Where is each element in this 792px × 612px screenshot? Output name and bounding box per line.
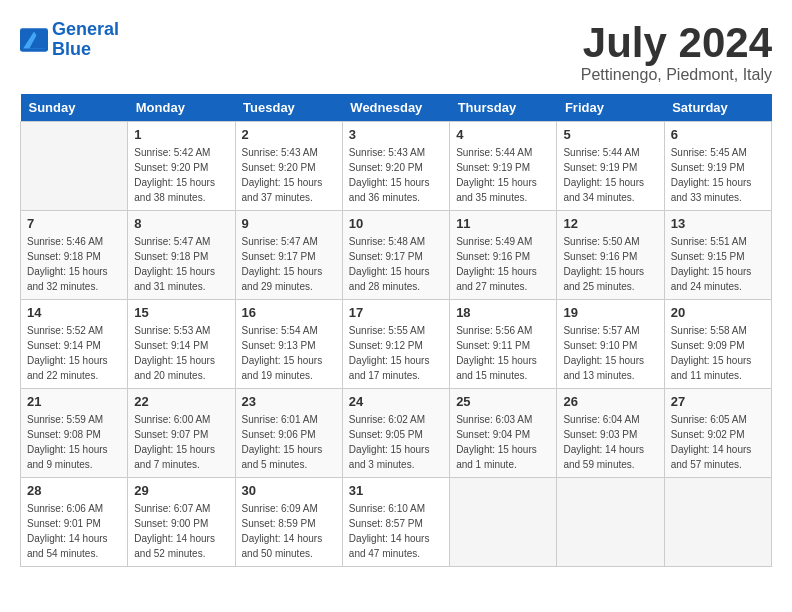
day-cell-15: 15Sunrise: 5:53 AMSunset: 9:14 PMDayligh… [128, 300, 235, 389]
weekday-friday: Friday [557, 94, 664, 122]
day-cell-10: 10Sunrise: 5:48 AMSunset: 9:17 PMDayligh… [342, 211, 449, 300]
week-row-1: 1Sunrise: 5:42 AMSunset: 9:20 PMDaylight… [21, 122, 772, 211]
day-number: 4 [456, 127, 550, 142]
logo-icon [20, 28, 48, 52]
weekday-header-row: SundayMondayTuesdayWednesdayThursdayFrid… [21, 94, 772, 122]
day-info: Sunrise: 5:53 AMSunset: 9:14 PMDaylight:… [134, 323, 228, 383]
day-cell-5: 5Sunrise: 5:44 AMSunset: 9:19 PMDaylight… [557, 122, 664, 211]
day-info: Sunrise: 5:46 AMSunset: 9:18 PMDaylight:… [27, 234, 121, 294]
month-title: July 2024 [581, 20, 772, 66]
day-cell-21: 21Sunrise: 5:59 AMSunset: 9:08 PMDayligh… [21, 389, 128, 478]
day-info: Sunrise: 5:43 AMSunset: 9:20 PMDaylight:… [242, 145, 336, 205]
day-cell-20: 20Sunrise: 5:58 AMSunset: 9:09 PMDayligh… [664, 300, 771, 389]
day-cell-17: 17Sunrise: 5:55 AMSunset: 9:12 PMDayligh… [342, 300, 449, 389]
day-cell-30: 30Sunrise: 6:09 AMSunset: 8:59 PMDayligh… [235, 478, 342, 567]
day-info: Sunrise: 5:45 AMSunset: 9:19 PMDaylight:… [671, 145, 765, 205]
logo-text: General Blue [52, 20, 119, 60]
day-info: Sunrise: 5:44 AMSunset: 9:19 PMDaylight:… [563, 145, 657, 205]
day-cell-24: 24Sunrise: 6:02 AMSunset: 9:05 PMDayligh… [342, 389, 449, 478]
week-row-5: 28Sunrise: 6:06 AMSunset: 9:01 PMDayligh… [21, 478, 772, 567]
day-cell-18: 18Sunrise: 5:56 AMSunset: 9:11 PMDayligh… [450, 300, 557, 389]
day-cell-25: 25Sunrise: 6:03 AMSunset: 9:04 PMDayligh… [450, 389, 557, 478]
day-info: Sunrise: 5:43 AMSunset: 9:20 PMDaylight:… [349, 145, 443, 205]
day-number: 7 [27, 216, 121, 231]
day-cell-29: 29Sunrise: 6:07 AMSunset: 9:00 PMDayligh… [128, 478, 235, 567]
empty-cell [557, 478, 664, 567]
day-info: Sunrise: 6:07 AMSunset: 9:00 PMDaylight:… [134, 501, 228, 561]
day-number: 29 [134, 483, 228, 498]
weekday-tuesday: Tuesday [235, 94, 342, 122]
day-number: 14 [27, 305, 121, 320]
calendar-table: SundayMondayTuesdayWednesdayThursdayFrid… [20, 94, 772, 567]
day-number: 25 [456, 394, 550, 409]
day-number: 8 [134, 216, 228, 231]
day-info: Sunrise: 5:47 AMSunset: 9:18 PMDaylight:… [134, 234, 228, 294]
day-cell-31: 31Sunrise: 6:10 AMSunset: 8:57 PMDayligh… [342, 478, 449, 567]
day-info: Sunrise: 5:42 AMSunset: 9:20 PMDaylight:… [134, 145, 228, 205]
logo-line2: Blue [52, 39, 91, 59]
day-number: 18 [456, 305, 550, 320]
day-number: 6 [671, 127, 765, 142]
day-cell-16: 16Sunrise: 5:54 AMSunset: 9:13 PMDayligh… [235, 300, 342, 389]
day-cell-2: 2Sunrise: 5:43 AMSunset: 9:20 PMDaylight… [235, 122, 342, 211]
empty-cell [21, 122, 128, 211]
day-cell-19: 19Sunrise: 5:57 AMSunset: 9:10 PMDayligh… [557, 300, 664, 389]
day-number: 5 [563, 127, 657, 142]
day-cell-11: 11Sunrise: 5:49 AMSunset: 9:16 PMDayligh… [450, 211, 557, 300]
logo: General Blue [20, 20, 119, 60]
day-number: 24 [349, 394, 443, 409]
day-info: Sunrise: 5:44 AMSunset: 9:19 PMDaylight:… [456, 145, 550, 205]
day-number: 16 [242, 305, 336, 320]
day-cell-13: 13Sunrise: 5:51 AMSunset: 9:15 PMDayligh… [664, 211, 771, 300]
day-number: 30 [242, 483, 336, 498]
week-row-4: 21Sunrise: 5:59 AMSunset: 9:08 PMDayligh… [21, 389, 772, 478]
day-info: Sunrise: 5:50 AMSunset: 9:16 PMDaylight:… [563, 234, 657, 294]
day-number: 23 [242, 394, 336, 409]
day-info: Sunrise: 5:57 AMSunset: 9:10 PMDaylight:… [563, 323, 657, 383]
day-info: Sunrise: 6:04 AMSunset: 9:03 PMDaylight:… [563, 412, 657, 472]
title-area: July 2024 Pettinengo, Piedmont, Italy [581, 20, 772, 84]
location-subtitle: Pettinengo, Piedmont, Italy [581, 66, 772, 84]
day-cell-26: 26Sunrise: 6:04 AMSunset: 9:03 PMDayligh… [557, 389, 664, 478]
day-info: Sunrise: 5:47 AMSunset: 9:17 PMDaylight:… [242, 234, 336, 294]
day-number: 11 [456, 216, 550, 231]
day-number: 10 [349, 216, 443, 231]
day-cell-4: 4Sunrise: 5:44 AMSunset: 9:19 PMDaylight… [450, 122, 557, 211]
day-number: 12 [563, 216, 657, 231]
day-info: Sunrise: 5:52 AMSunset: 9:14 PMDaylight:… [27, 323, 121, 383]
day-info: Sunrise: 5:54 AMSunset: 9:13 PMDaylight:… [242, 323, 336, 383]
day-cell-1: 1Sunrise: 5:42 AMSunset: 9:20 PMDaylight… [128, 122, 235, 211]
day-number: 15 [134, 305, 228, 320]
day-number: 2 [242, 127, 336, 142]
day-info: Sunrise: 6:00 AMSunset: 9:07 PMDaylight:… [134, 412, 228, 472]
logo-line1: General [52, 19, 119, 39]
calendar-header: SundayMondayTuesdayWednesdayThursdayFrid… [21, 94, 772, 122]
day-info: Sunrise: 6:05 AMSunset: 9:02 PMDaylight:… [671, 412, 765, 472]
day-cell-7: 7Sunrise: 5:46 AMSunset: 9:18 PMDaylight… [21, 211, 128, 300]
day-number: 20 [671, 305, 765, 320]
day-info: Sunrise: 6:10 AMSunset: 8:57 PMDaylight:… [349, 501, 443, 561]
day-info: Sunrise: 6:03 AMSunset: 9:04 PMDaylight:… [456, 412, 550, 472]
day-info: Sunrise: 5:56 AMSunset: 9:11 PMDaylight:… [456, 323, 550, 383]
day-cell-27: 27Sunrise: 6:05 AMSunset: 9:02 PMDayligh… [664, 389, 771, 478]
empty-cell [450, 478, 557, 567]
day-info: Sunrise: 5:59 AMSunset: 9:08 PMDaylight:… [27, 412, 121, 472]
weekday-sunday: Sunday [21, 94, 128, 122]
day-info: Sunrise: 6:06 AMSunset: 9:01 PMDaylight:… [27, 501, 121, 561]
day-info: Sunrise: 6:02 AMSunset: 9:05 PMDaylight:… [349, 412, 443, 472]
day-cell-6: 6Sunrise: 5:45 AMSunset: 9:19 PMDaylight… [664, 122, 771, 211]
day-cell-14: 14Sunrise: 5:52 AMSunset: 9:14 PMDayligh… [21, 300, 128, 389]
day-cell-23: 23Sunrise: 6:01 AMSunset: 9:06 PMDayligh… [235, 389, 342, 478]
day-number: 13 [671, 216, 765, 231]
week-row-3: 14Sunrise: 5:52 AMSunset: 9:14 PMDayligh… [21, 300, 772, 389]
day-info: Sunrise: 6:01 AMSunset: 9:06 PMDaylight:… [242, 412, 336, 472]
day-info: Sunrise: 6:09 AMSunset: 8:59 PMDaylight:… [242, 501, 336, 561]
calendar-body: 1Sunrise: 5:42 AMSunset: 9:20 PMDaylight… [21, 122, 772, 567]
weekday-wednesday: Wednesday [342, 94, 449, 122]
day-number: 19 [563, 305, 657, 320]
day-number: 22 [134, 394, 228, 409]
day-number: 31 [349, 483, 443, 498]
day-number: 28 [27, 483, 121, 498]
day-cell-28: 28Sunrise: 6:06 AMSunset: 9:01 PMDayligh… [21, 478, 128, 567]
day-cell-8: 8Sunrise: 5:47 AMSunset: 9:18 PMDaylight… [128, 211, 235, 300]
